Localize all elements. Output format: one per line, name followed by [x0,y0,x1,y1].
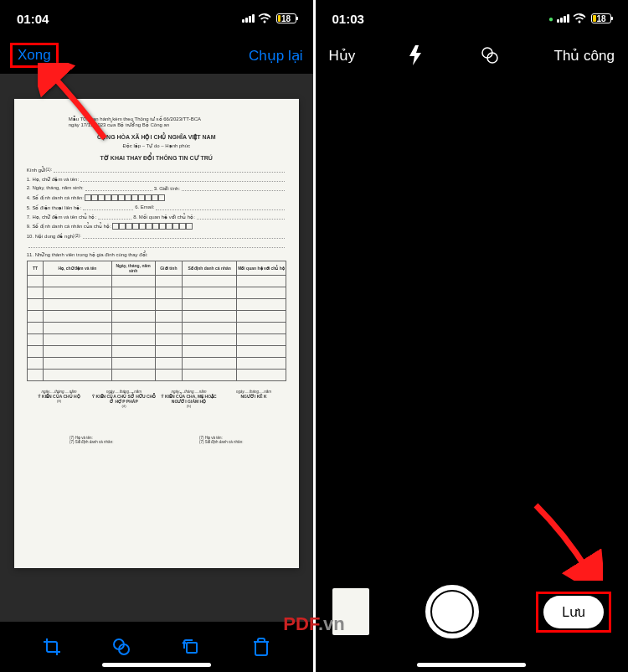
doc-field-5-6: 5. Số điện thoại liên hệ:6. Email: [27,204,286,210]
table-row [27,346,286,358]
doc-members-table: TT Họ, chữ đệm và tên Ngày, tháng, năm s… [27,261,286,381]
battery-indicator: 18 [589,13,611,23]
table-row [27,299,286,311]
nav-bar: Xong Chụp lại [0,37,313,74]
doc-signatures: ngày.....tháng.....nămÝ KIẾN CỦA CHỦ HỘ(… [27,390,286,411]
flash-icon[interactable] [409,45,426,65]
doc-field-10: 10. Nội dung đề nghị(2): [27,233,286,239]
cellular-signal-icon [557,14,569,23]
status-time: 01:03 [332,12,364,26]
table-row [27,287,286,299]
doc-motto: Độc lập – Tự do – Hạnh phúc [27,142,286,148]
wifi-icon [258,13,271,23]
filter-icon[interactable] [111,637,131,657]
doc-republic-title: CỘNG HÒA XÃ HỘI CHỦ NGHĨA VIỆT NAM [27,134,286,141]
status-indicators: 18 [242,13,296,23]
table-row [27,311,286,323]
scanned-document: Mẫu T01 ban hành kèm theo Thông tư số 66… [14,99,299,568]
right-phone-screen: 01:03 ● 18 Hủy Thủ công [316,0,629,672]
doc-field-11: 11. Những thành viên trong hộ gia đình c… [27,251,286,257]
table-row [27,323,286,334]
home-indicator[interactable] [102,663,211,667]
doc-field-9: 9. Số định danh cá nhân của chủ hộ: [27,223,286,230]
filter-circles-icon[interactable] [480,45,500,65]
camera-viewfinder: Hủy Thủ công Lưu [316,37,629,672]
location-icon: ● [548,14,553,23]
doc-greeting: Kính gửi(1): [27,167,286,173]
status-bar: 01:04 18 [0,0,313,37]
battery-indicator: 18 [275,13,296,23]
cellular-signal-icon [242,14,255,23]
delete-icon[interactable] [251,637,271,657]
left-phone-screen: 01:04 18 Xong Chụp lại Mẫu T01 ban hành … [0,0,313,672]
camera-bottom-controls: Lưu [316,578,629,645]
crop-icon[interactable] [42,637,62,657]
done-button[interactable]: Xong [10,43,59,68]
manual-button[interactable]: Thủ công [554,47,615,65]
doc-field-4: 4. Số định danh cá nhân: [27,194,286,201]
doc-field-2-3: 2. Ngày, tháng, năm sinh:3. Giới tính: [27,185,286,191]
camera-top-controls: Hủy Thủ công [316,37,629,74]
doc-footer: (7) Họ và tên:(7) Số định danh cá nhân: … [27,436,286,444]
save-button[interactable]: Lưu [543,596,604,628]
status-bar: 01:03 ● 18 [316,0,629,37]
doc-form-title: TỜ KHAI THAY ĐỔI THÔNG TIN CƯ TRÚ [27,155,286,162]
doc-meta: Mẫu T01 ban hành kèm theo Thông tư số 66… [69,116,286,127]
document-preview-area: Mẫu T01 ban hành kèm theo Thông tư số 66… [0,74,313,622]
table-row [27,370,286,381]
svg-rect-2 [187,643,197,653]
status-time: 01:04 [17,12,49,26]
status-indicators: ● 18 [548,13,611,23]
table-row [27,358,286,370]
rotate-icon[interactable] [181,637,201,657]
table-row [27,334,286,346]
table-row [27,276,286,287]
save-button-highlight: Lưu [536,592,611,633]
doc-field-10b [27,242,286,248]
retake-button[interactable]: Chụp lại [249,47,302,65]
doc-field-7-8: 7. Họ, chữ đệm và tên chủ hộ:8. Mối quan… [27,214,286,220]
home-indicator[interactable] [417,663,526,667]
watermark: PDF.vn [283,613,344,635]
wifi-icon [573,13,586,23]
doc-field-1: 1. Họ, chữ đệm và tên: [27,176,286,182]
cancel-button[interactable]: Hủy [329,47,356,65]
shutter-button[interactable] [425,585,479,638]
